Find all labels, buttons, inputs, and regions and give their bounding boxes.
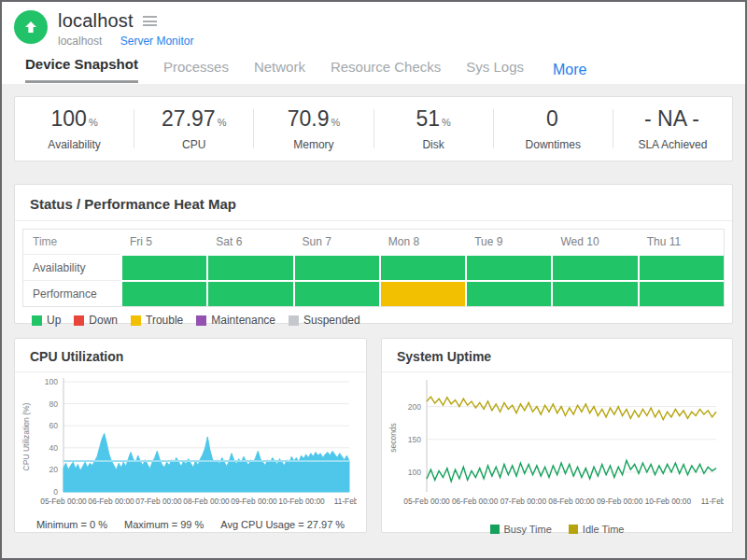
stat-value: 27.97 (162, 106, 216, 131)
legend-swatch-trouble (131, 315, 141, 326)
heatmap-col-sun-7: Sun 7 (293, 230, 379, 254)
heatmap-cell-performance-mon-8[interactable] (379, 280, 465, 306)
heatmap-cell-availability-mon-8[interactable] (379, 254, 465, 280)
legend-label: Maintenance (211, 314, 275, 327)
heatmap-cell-availability-tue-9[interactable] (465, 254, 551, 280)
heatmap-col-time: Time (23, 230, 120, 254)
heatmap-cell-availability-sun-7[interactable] (293, 254, 379, 280)
svg-text:06-Feb 00:00: 06-Feb 00:00 (452, 497, 499, 506)
stat-value: 51 (416, 106, 440, 131)
cpu-chart-title: CPU Utilization (15, 339, 366, 372)
stat-unit: % (89, 117, 98, 128)
stat-label: Availability (15, 138, 134, 151)
page-body: 100%Availability27.97%CPU70.9%Memory51%D… (2, 84, 745, 558)
legend-item-down: Down (74, 314, 118, 327)
heatmap-row-label-availability: Availability (23, 254, 120, 280)
heatmap-row-label-performance: Performance (23, 280, 120, 306)
tab-bar: Device SnapshotProcessesNetworkResource … (14, 56, 745, 83)
heatmap-col-wed-10: Wed 10 (551, 230, 637, 254)
legend-item-maintenance: Maintenance (196, 314, 275, 327)
legend-swatch-maintenance (196, 315, 206, 326)
stat-value: 100 (51, 106, 87, 131)
stat-availability: 100%Availability (15, 106, 134, 151)
heatmap-cell-performance-thu-11[interactable] (638, 280, 724, 306)
stat-value: 70.9 (288, 106, 330, 131)
legend-item-up: Up (32, 314, 61, 327)
heatmap-cell-availability-thu-11[interactable] (638, 254, 724, 280)
stat-downtimes: 0Downtimes (494, 106, 613, 151)
stat-label: Memory (254, 138, 373, 151)
svg-text:05-Feb 00:00: 05-Feb 00:00 (403, 497, 450, 506)
tab-network[interactable]: Network (254, 59, 305, 83)
heatmap-col-thu-11: Thu 11 (638, 230, 724, 254)
svg-text:05-Feb 00:00: 05-Feb 00:00 (40, 497, 87, 506)
heatmap-col-sat-6: Sat 6 (206, 230, 292, 254)
cpu-stat: Minimum = 0 % (36, 519, 107, 530)
stat-unit: % (218, 117, 227, 128)
legend-swatch-down (74, 315, 84, 326)
heatmap-cell-performance-fri-5[interactable] (120, 280, 206, 306)
heatmap-cell-performance-wed-10[interactable] (551, 280, 637, 306)
system-uptime-card: System Uptime 10015020005-Feb 00:0006-Fe… (381, 338, 733, 533)
legend-swatch-up (32, 315, 42, 326)
cpu-utilization-card: CPU Utilization 02040608010005-Feb 00:00… (14, 338, 367, 533)
app-window: localhost localhost Server Monitor Devic… (0, 0, 747, 560)
stat-value: 0 (546, 106, 558, 131)
tab-device-snapshot[interactable]: Device Snapshot (25, 56, 138, 83)
stat-label: Disk (374, 138, 493, 151)
stat-value: - NA - (644, 106, 699, 131)
cpu-stat: Avg CPU Usage = 27.97 % (220, 519, 345, 530)
svg-text:CPU Utilization (%): CPU Utilization (%) (21, 402, 31, 470)
heatmap-cell-availability-sat-6[interactable] (206, 254, 292, 280)
svg-text:11-Feb 0: 11-Feb 0 (334, 497, 357, 506)
tab-processes[interactable]: Processes (163, 59, 229, 83)
uptime-legend-busy-time: Busy Time (490, 524, 552, 535)
system-uptime-chart: 10015020005-Feb 00:0006-Feb 00:0007-Feb … (388, 374, 724, 514)
heatmap-cell-availability-fri-5[interactable] (120, 254, 206, 280)
svg-text:200: 200 (408, 402, 421, 412)
up-arrow-icon (22, 19, 39, 35)
breadcrumb-server-monitor-link[interactable]: Server Monitor (120, 35, 194, 48)
svg-text:0: 0 (53, 487, 58, 497)
stat-label: Downtimes (494, 138, 613, 151)
tab-more[interactable]: More (553, 62, 586, 83)
legend-label: Suspended (303, 314, 360, 327)
stat-label: CPU (134, 138, 253, 151)
cpu-utilization-chart: 02040608010005-Feb 00:0006-Feb 00:0007-F… (21, 374, 357, 514)
stat-unit: % (331, 117, 340, 128)
heatmap-col-tue-9: Tue 9 (465, 230, 551, 254)
svg-text:80: 80 (49, 399, 59, 409)
summary-stats-card: 100%Availability27.97%CPU70.9%Memory51%D… (14, 96, 733, 161)
heatmap-cell-performance-sun-7[interactable] (293, 280, 379, 306)
svg-text:seconds: seconds (388, 423, 398, 453)
legend-label: Idle Time (583, 524, 625, 535)
uptime-legend-idle-time: Idle Time (569, 524, 625, 535)
svg-text:11-Feb 0: 11-Feb 0 (701, 497, 724, 506)
svg-text:60: 60 (49, 421, 59, 430)
svg-text:08-Feb 00:00: 08-Feb 00:00 (548, 497, 595, 506)
heatmap-legend: UpDownTroubleMaintenanceSuspended (32, 314, 732, 327)
menu-icon[interactable] (143, 14, 157, 29)
svg-text:09-Feb 00:00: 09-Feb 00:00 (231, 497, 277, 506)
breadcrumb: localhost Server Monitor (58, 35, 193, 48)
legend-label: Trouble (146, 314, 183, 327)
heatmap-title: Status / Performance Heat Map (15, 185, 732, 221)
heatmap-cell-availability-wed-10[interactable] (551, 254, 637, 280)
stat-unit: % (442, 117, 451, 128)
cpu-chart-stats: Minimum = 0 %Maximum = 99 %Avg CPU Usage… (15, 519, 366, 530)
legend-label: Up (47, 314, 61, 327)
tab-sys-logs[interactable]: Sys Logs (466, 59, 524, 83)
page-title: localhost (58, 10, 134, 32)
svg-text:100: 100 (408, 468, 421, 477)
heatmap-card: Status / Performance Heat Map TimeFri 5S… (14, 184, 733, 324)
device-status-avatar (14, 10, 48, 44)
tab-resource-checks[interactable]: Resource Checks (331, 59, 441, 83)
heatmap-cell-performance-tue-9[interactable] (465, 280, 551, 306)
heatmap-col-mon-8: Mon 8 (379, 230, 465, 254)
legend-swatch-busy-time (490, 525, 500, 534)
svg-text:100: 100 (45, 377, 58, 386)
heatmap-cell-performance-sat-6[interactable] (206, 280, 292, 306)
cpu-stat: Maximum = 99 % (124, 519, 204, 530)
stat-label: SLA Achieved (613, 138, 732, 151)
svg-text:10-Feb 00:00: 10-Feb 00:00 (645, 497, 692, 506)
